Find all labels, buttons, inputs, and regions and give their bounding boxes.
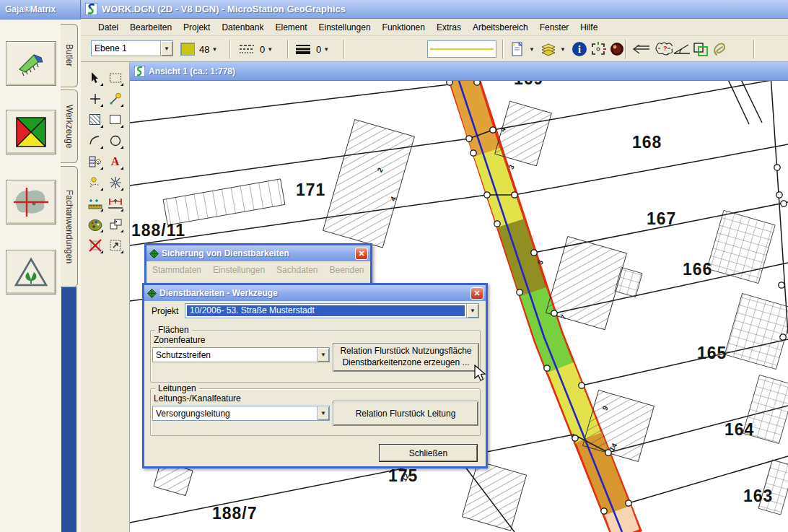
level-combo-arrow[interactable]: ▼ [160,41,172,56]
menu-stammdaten[interactable]: Stammdaten [152,265,201,275]
zonenfeature-combo-arrow[interactable]: ▼ [317,348,329,362]
kanalfeature-combo-arrow[interactable]: ▼ [317,406,329,420]
line-weight-picker[interactable]: 0 ▼ [294,40,329,58]
tab-werkzeuge[interactable]: Werkzeuge [61,90,78,163]
menu-hilfe[interactable]: Hilfe [574,20,603,35]
menu-datenbank[interactable]: Datenbank [216,20,269,35]
menu-bearbeiten[interactable]: Bearbeiten [124,20,178,35]
line-style-icon [238,43,255,55]
close-icon[interactable]: ✕ [355,248,368,260]
tab-butler-label: Butler [64,44,74,66]
schliessen-button[interactable]: Schließen [379,444,478,462]
drop-element-tool[interactable] [105,235,125,255]
building [163,179,285,225]
menu-extras[interactable]: Extras [431,20,467,35]
project-combo-arrow[interactable]: ▼ [466,304,478,318]
pattern-area-tool[interactable] [85,110,105,129]
butler-plow-button[interactable] [6,41,56,86]
triangle-leaf-button[interactable] [6,250,56,295]
revision-cloud-icon[interactable]: ? [654,40,673,58]
gaja-title: Gaja®Matrix [5,4,56,14]
new-file-arrow[interactable]: ▼ [529,46,535,53]
color-swatch[interactable] [180,43,195,56]
gaja-titlebar[interactable]: Gaja®Matrix [0,0,81,19]
back-arrow-icon[interactable] [632,40,651,58]
building [462,461,526,531]
line-style-arrow[interactable]: ▼ [267,46,273,53]
element-selection-tool[interactable] [85,68,105,87]
menu-beenden[interactable]: Beenden [330,265,364,275]
building [323,120,415,248]
relation-flurstueck-nutzungsflaeche-button[interactable]: Relation Flurstück Nutzungsfläche Dienst… [333,343,479,372]
mouse-cursor [473,365,489,382]
menu-einstellungen[interactable]: Einstellungen [313,20,377,35]
color-picker[interactable]: 48 ▼ [180,40,217,58]
view-titlebar[interactable]: Ansicht 1 (ca.: 1:778) [130,62,788,81]
flaechen-group-label: Flächen [155,325,192,335]
menu-arbeitsbereich[interactable]: Arbeitsbereich [467,20,534,35]
microstation-icon [85,3,97,15]
change-attributes-tool[interactable] [85,214,105,234]
triangle-leaf-icon [14,256,48,288]
point-symbol-tool[interactable] [105,173,125,192]
delete-element-tool[interactable] [85,235,105,255]
menu-bar: Datei Bearbeiten Projekt Datenbank Eleme… [81,19,788,36]
menu-fenster[interactable]: Fenster [534,20,575,35]
overlap-squares-icon[interactable] [691,40,710,58]
line-weight-arrow[interactable]: ▼ [323,46,329,53]
menu-sachdaten[interactable]: Sachdaten [276,265,318,275]
separator [625,40,626,58]
microstation-icon [134,66,145,77]
zonenfeature-combo[interactable]: Schutzstreifen ▼ [152,347,330,362]
menu-projekt[interactable]: Projekt [178,20,216,35]
close-icon[interactable]: ✕ [470,287,483,300]
menu-einstellungen-dlg[interactable]: Einstellungen [213,265,265,275]
dialog-sicherung-menu: Stammdaten Einstellungen Sachdaten Beend… [146,261,370,279]
project-combo[interactable]: 10/2006- 53. Straße Musterstadt ▼ [185,303,479,318]
cell-annotation-tool[interactable]: 1 [85,152,105,171]
menu-element[interactable]: Element [269,20,312,35]
menu-datei[interactable]: Datei [92,20,124,35]
snap-point-tool[interactable] [85,89,105,108]
copy-element-tool[interactable] [105,214,125,234]
leitungen-group-label: Leitungen [155,383,199,393]
line-style-picker[interactable]: 0 ▼ [238,40,273,58]
leitungen-group: Leitungen Leitungs-/Kanalfeature Versorg… [150,388,481,436]
map-layers-icon[interactable] [539,40,558,58]
dialog-werkzeuge-title: Dienstbarkeiten - Werkzeuge [159,288,470,298]
zonenfeature-value: Schutzstreifen [153,350,317,360]
quad-color-button[interactable] [6,110,56,154]
parcel-label: 165 [697,344,727,363]
parcel-label: 164 [724,420,754,440]
info-icon[interactable]: i [570,40,589,58]
svg-text:?: ? [663,45,667,52]
dialog-sicherung-titlebar[interactable]: Sicherung von Dienstbarkeiten ✕ [146,245,370,261]
place-ellipse-tool[interactable] [105,131,125,150]
dialog-werkzeuge-body: Projekt 10/2006- 53. Straße Musterstadt … [144,301,486,466]
building [724,294,788,370]
dialog-werkzeuge-titlebar[interactable]: Dienstbarkeiten - Werkzeuge ✕ [144,285,486,301]
tab-butler[interactable]: Butler [61,24,78,87]
new-file-icon[interactable] [508,40,527,58]
place-arc-tool[interactable] [85,131,105,150]
relation-flurstueck-leitung-button[interactable]: Relation Flurstück Leitung [333,401,478,426]
locate-icon[interactable] [589,40,608,58]
eye-icon[interactable] [608,40,626,58]
map-crosshair-button[interactable] [6,180,56,224]
place-light-tool[interactable] [105,89,125,108]
menu-funktionen[interactable]: Funktionen [377,20,431,35]
attach-icon[interactable] [710,40,729,58]
measure-angle-icon[interactable] [673,40,691,58]
place-text-tool[interactable]: A [105,152,125,171]
dimension-tool[interactable] [105,193,125,213]
level-combo[interactable]: Ebene 1 ▼ [91,40,173,56]
fence-tool[interactable] [105,68,125,87]
kanalfeature-combo[interactable]: Versorgungsleitung ▼ [152,406,330,421]
measure-distance-tool[interactable] [85,193,105,213]
map-layers-arrow[interactable]: ▼ [560,46,566,53]
modify-light-tool[interactable] [85,173,105,192]
place-shape-tool[interactable] [105,110,125,129]
tab-fachanwendungen[interactable]: Fachanwendungen [61,166,78,287]
color-dropdown-arrow[interactable]: ▼ [211,46,217,53]
style-preview-line [430,48,494,50]
